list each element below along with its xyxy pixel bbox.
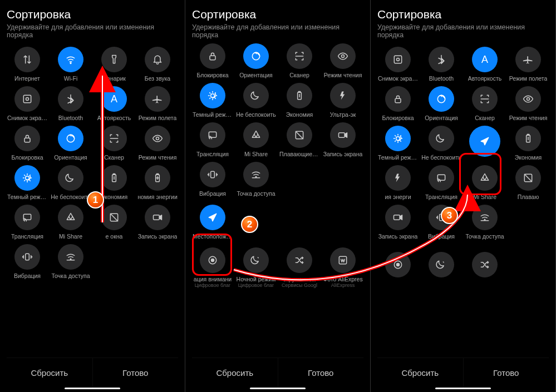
qs-tile-autobright[interactable]: AАвтояркость (94, 86, 135, 121)
tile-label: Не беспокоить (51, 193, 91, 200)
qs-tile-orientation[interactable]: Ориентация (50, 126, 91, 161)
svg-point-5 (156, 137, 159, 140)
qs-tile-aliexpress[interactable]: Фото AliExpresAliExpress (322, 247, 363, 288)
qs-tile-focus[interactable]: ация вниманиЦифровое благ (192, 247, 233, 288)
qs-tile-screenshot[interactable]: Снимок экрана (7, 86, 48, 121)
nightmode-icon (429, 252, 454, 277)
qs-tile-eye[interactable]: Режим чтения (322, 43, 363, 78)
qs-tile-mishare[interactable]: Mi Share (235, 122, 277, 157)
qs-tile-mishare[interactable]: Mi Share (464, 165, 505, 200)
qs-tile-autobright[interactable]: AАвтояркость (464, 47, 505, 82)
tile-label: Вибрация (14, 272, 41, 279)
qs-tile-ultra[interactable]: ия энерги (377, 165, 419, 200)
reset-button[interactable]: Сбросить (192, 358, 278, 388)
qs-tile-hotspot[interactable]: Точка доступа (464, 205, 505, 240)
reset-button[interactable]: Сбросить (7, 358, 93, 388)
qs-tile-orientation[interactable]: Ориентация (421, 86, 462, 121)
qs-tile-wifi[interactable]: Wi-Fi (50, 47, 91, 82)
qs-tile-hotspot[interactable]: Точка доступа (50, 244, 91, 279)
qs-tile-location[interactable] (464, 126, 505, 161)
done-button[interactable]: Готово (278, 358, 364, 388)
qs-tile-dnd[interactable]: Не беспокоить (235, 83, 277, 118)
dnd-icon (58, 165, 83, 191)
tile-label: Mi Share (473, 193, 496, 200)
svg-point-32 (396, 137, 400, 141)
qs-tile-battery[interactable]: Экономия (508, 126, 549, 161)
qs-tile-bluetooth[interactable]: Bluetooth (50, 86, 91, 121)
tile-label: Режим чтения (139, 154, 177, 161)
panel-3: Сортировка Удерживайте для добавления ил… (371, 0, 556, 392)
qs-tile-darkmode[interactable]: Темный режим (192, 83, 233, 118)
tile-label: Экономия (286, 111, 313, 118)
qs-tile-batteryplus[interactable]: номия энергии (137, 165, 178, 200)
qs-tile-vibration[interactable]: Вибрация (192, 162, 233, 197)
qs-tile-shuffle[interactable]: окружениемСервисы Googl (279, 247, 320, 288)
eye-icon (145, 126, 170, 151)
tile-label: Трансляция (11, 233, 43, 240)
qs-tile-airplane[interactable]: Режим полета (508, 47, 549, 82)
qs-tile-scanner[interactable]: Сканер (94, 126, 135, 161)
tile-sublabel: AliExpress (331, 282, 355, 288)
scanner-icon (287, 43, 312, 69)
qs-tile-ultra[interactable]: Ультра-эк (322, 83, 363, 118)
qs-tile-cast[interactable]: Трансляция (421, 165, 462, 200)
title: Сортировка (7, 8, 178, 21)
scanner-icon (472, 86, 498, 112)
qs-tile-record[interactable]: Запись экрана (322, 122, 363, 157)
tile-label: Режим полета (509, 75, 548, 82)
home-indicator[interactable] (250, 388, 306, 389)
qs-tile-updown[interactable]: Интернет (7, 47, 48, 82)
qs-tile-lock[interactable]: Блокировка (377, 86, 419, 121)
scanner-icon (101, 126, 127, 151)
tile-label: Снимок экрана (378, 75, 418, 82)
qs-tile-screenshot[interactable]: Снимок экрана (377, 47, 419, 82)
qs-tile-orientation[interactable]: Ориентация (235, 43, 277, 78)
qs-tile-cast[interactable]: Трансляция (192, 122, 233, 157)
float-icon (287, 122, 312, 148)
tile-label: Сканер (475, 115, 495, 121)
qs-tile-focus[interactable] (377, 252, 419, 277)
done-button[interactable]: Готово (464, 358, 549, 388)
qs-tile-battery[interactable]: Экономия (279, 83, 320, 118)
qs-tile-bluetooth[interactable]: Bluetooth (421, 47, 462, 82)
qs-tile-cast[interactable]: Трансляция (7, 205, 48, 240)
bell-icon (145, 47, 170, 72)
qs-tile-eye[interactable]: Режим чтения (508, 86, 549, 121)
svg-point-13 (70, 259, 71, 260)
qs-tile-mishare[interactable]: Mi Share (50, 205, 91, 240)
qs-tile-scanner[interactable]: Сканер (464, 86, 505, 121)
qs-tile-hotspot[interactable]: Точка доступа (235, 162, 277, 197)
tile-label: Плаваю (518, 193, 539, 200)
qs-tile-scanner[interactable]: Сканер (279, 43, 320, 78)
qs-tile-darkmode[interactable]: Темный режим (7, 165, 48, 200)
qs-tile-flashlight[interactable]: Фонарик (94, 47, 135, 82)
qs-tile-vibration[interactable]: Вибрация (7, 244, 48, 279)
done-button[interactable]: Готово (93, 358, 179, 388)
qs-tile-airplane[interactable]: Режим полета (137, 86, 178, 121)
qs-tile-shuffle[interactable] (464, 252, 505, 277)
qs-tile-float[interactable]: Плаваю (508, 165, 549, 200)
qs-tile-float[interactable]: е окна (94, 205, 135, 240)
qs-tile-location[interactable]: Местоположен (192, 205, 233, 240)
float-icon (101, 205, 127, 230)
home-indicator[interactable] (65, 388, 120, 389)
qs-tile-record[interactable]: Запись экрана (137, 205, 178, 240)
hotspot-icon (243, 162, 269, 187)
qs-tile-dnd[interactable]: Не беспокоить (50, 165, 91, 200)
qs-tile-dnd[interactable]: Не беспокоить (421, 126, 462, 161)
svg-point-0 (70, 63, 71, 64)
qs-tile-lock[interactable]: Блокировка (7, 126, 48, 161)
tile-label: Ультра-эк (330, 111, 356, 118)
qs-tile-nightmode[interactable]: Ночной режимЦифровое благ (235, 247, 277, 288)
tile-label: Сканер (289, 72, 309, 78)
qs-tile-darkmode[interactable]: Темный режим (377, 126, 419, 161)
home-indicator[interactable] (435, 388, 491, 389)
qs-tile-bell[interactable]: Без звука (137, 47, 178, 82)
qs-tile-lock[interactable]: Блокировка (192, 43, 233, 78)
qs-tile-record[interactable]: Запись экрана (377, 205, 419, 240)
reset-button[interactable]: Сбросить (377, 358, 464, 388)
qs-tile-nightmode[interactable] (421, 252, 462, 277)
qs-tile-float[interactable]: Плавающие ок (279, 122, 320, 157)
lock-icon (385, 86, 411, 112)
qs-tile-eye[interactable]: Режим чтения (137, 126, 178, 161)
